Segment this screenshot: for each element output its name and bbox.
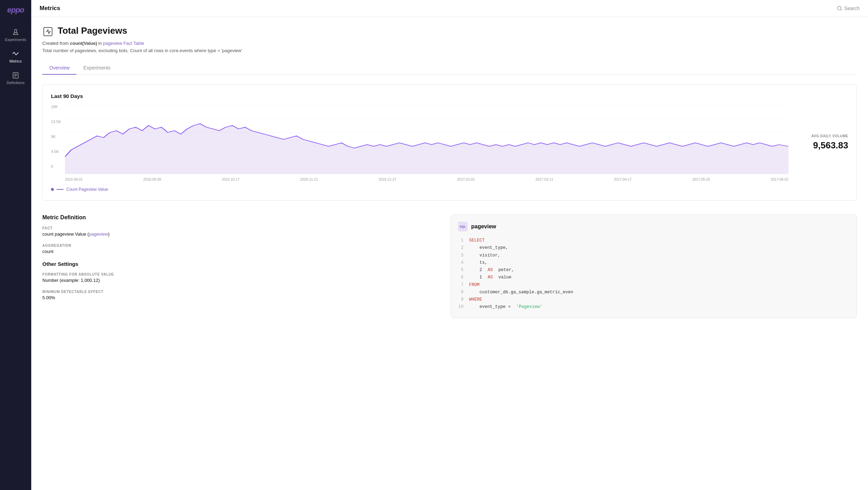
x-label-3: 2016-11-21: [300, 178, 318, 181]
other-settings-title: Other Settings: [42, 261, 434, 267]
sidebar-item-metrics[interactable]: Metrics: [0, 46, 31, 67]
sidebar-item-definitions-label: Definitions: [7, 81, 24, 85]
sidebar: eppo Experiments Metrics Definitions: [0, 0, 31, 490]
sql-code: 1 SELECT 2 event_type, 3 visitor, 4 ts: [458, 237, 850, 311]
metric-definition-panel: Metric Definition FACT count pageview Va…: [42, 214, 434, 318]
main-content: Metrics Search Total Pageviews Created f…: [31, 0, 868, 490]
y-label-135k: 13.5K: [51, 120, 61, 124]
chart-inner: [65, 105, 788, 175]
mde-label: MINIMUM DETECTABLE EFFECT: [42, 290, 434, 294]
sql-line-9: 9 WHERE: [458, 296, 850, 303]
fact-label: FACT: [42, 226, 434, 230]
metric-source: Created from count(Value) in pageview Fa…: [42, 41, 857, 46]
legend-line: [57, 189, 64, 190]
page-title: Metrics: [40, 5, 60, 12]
sidebar-item-definitions[interactable]: Definitions: [0, 67, 31, 89]
x-label-6: 2017-03-11: [535, 178, 553, 181]
book-icon: [12, 72, 19, 79]
sql-line-3: 3 visitor,: [458, 252, 850, 259]
sql-line-1: 1 SELECT: [458, 237, 850, 244]
search-label: Search: [844, 6, 860, 11]
sql-header: SQL pageview: [458, 222, 850, 231]
legend-label: Count Pageview Value: [66, 187, 108, 192]
chart-container: Last 90 Days 18K 13.5K 9K 4.5K 0: [51, 93, 788, 192]
y-label-0: 0: [51, 164, 61, 169]
formatting-value: Number (example: 1,000.12): [42, 278, 434, 283]
chart-title: Last 90 Days: [51, 93, 788, 99]
app-logo: eppo: [7, 6, 24, 15]
x-label-1: 2016-09-09: [143, 178, 161, 181]
sidebar-item-metrics-label: Metrics: [9, 59, 22, 63]
tab-experiments[interactable]: Experiments: [76, 62, 117, 75]
metric-icon: [42, 26, 53, 37]
metric-description: Total number of pageviews, excluding bot…: [42, 48, 857, 53]
tab-overview[interactable]: Overview: [42, 62, 76, 75]
pageview-link[interactable]: pageview: [89, 231, 108, 237]
svg-line-6: [841, 9, 842, 10]
mde-value: 5.00%: [42, 295, 434, 300]
sql-line-8: 8 customer_db.ga_sample.ga_metric_even: [458, 289, 850, 296]
sql-line-5: 5 2 AS peter,: [458, 267, 850, 274]
x-label-0: 2016-08-01: [65, 178, 83, 181]
x-label-4: 2016-12-27: [378, 178, 396, 181]
avg-volume-panel: AVG DAILY VOLUME 9,563.83: [800, 93, 848, 192]
y-label-9k: 9K: [51, 134, 61, 139]
sidebar-item-experiments-label: Experiments: [5, 38, 26, 42]
sql-line-6: 6 1 AS value: [458, 274, 850, 281]
sql-line-10: 10 event_type = 'Pageview': [458, 303, 850, 311]
formatting-label: FORMATTING FOR ABSOLUTE VALUE: [42, 272, 434, 276]
x-label-7: 2017-04-17: [614, 178, 632, 181]
svg-point-5: [837, 6, 841, 10]
metric-header: Total Pageviews: [42, 25, 857, 37]
x-label-2: 2016-10-17: [222, 178, 240, 181]
chart-icon: [12, 50, 19, 58]
search-icon: [837, 6, 842, 11]
y-label-18k: 18K: [51, 105, 61, 109]
svg-rect-7: [44, 27, 52, 36]
bottom-section: Metric Definition FACT count pageview Va…: [42, 214, 857, 318]
sql-line-2: 2 event_type,: [458, 244, 850, 252]
chart-legend: Count Pageview Value: [51, 187, 788, 192]
x-label-8: 2017-05-25: [692, 178, 710, 181]
sql-line-7: 7 FROM: [458, 281, 850, 289]
avg-daily-label: AVG DAILY VOLUME: [800, 134, 848, 138]
sql-line-4: 4 ts,: [458, 259, 850, 267]
aggregation-label: AGGREGATION: [42, 244, 434, 247]
x-axis-labels: 2016-08-01 2016-09-09 2016-10-17 2016-11…: [65, 178, 788, 181]
legend-dot: [51, 188, 54, 191]
chart-section: Last 90 Days 18K 13.5K 9K 4.5K 0: [42, 84, 857, 201]
sidebar-item-experiments[interactable]: Experiments: [0, 24, 31, 46]
definition-title: Metric Definition: [42, 214, 434, 221]
fact-value: count pageview Value (pageview): [42, 231, 434, 237]
x-label-5: 2017-02-02: [457, 178, 475, 181]
sql-icon: SQL: [458, 222, 468, 231]
fact-table-link[interactable]: pageview Fact Table: [103, 41, 144, 46]
aggregation-value: count: [42, 249, 434, 254]
avg-daily-value: 9,563.83: [800, 140, 848, 151]
search-button[interactable]: Search: [837, 6, 860, 11]
page-header: Metrics Search: [31, 0, 868, 17]
sql-panel: SQL pageview 1 SELECT 2 event_type, 3: [451, 214, 857, 318]
x-label-9: 2017-08-02: [771, 178, 788, 181]
y-label-45k: 4.5K: [51, 149, 61, 154]
page-content: Total Pageviews Created from count(Value…: [31, 17, 868, 490]
sql-table-name: pageview: [471, 223, 496, 230]
y-axis-labels: 18K 13.5K 9K 4.5K 0: [51, 105, 61, 169]
other-settings: Other Settings FORMATTING FOR ABSOLUTE V…: [42, 261, 434, 300]
metric-title: Total Pageviews: [58, 25, 127, 36]
line-chart: [65, 105, 788, 174]
flask-icon: [12, 28, 19, 36]
content-tabs: Overview Experiments: [42, 62, 857, 75]
